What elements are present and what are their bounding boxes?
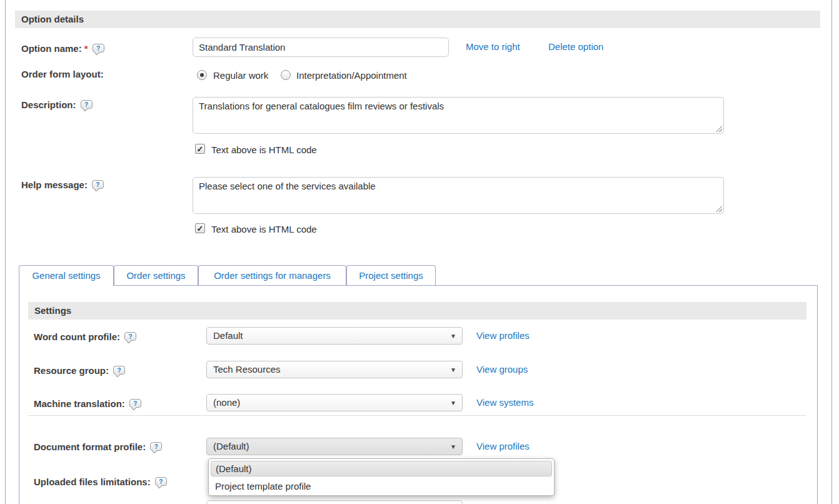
view-groups-link[interactable]: View groups	[476, 364, 528, 375]
help-icon[interactable]: ?	[150, 442, 162, 451]
settings-section-title: Settings	[34, 305, 71, 316]
resource-group-label: Resource group:?	[34, 365, 125, 376]
description-html-checkbox[interactable]: ✓	[195, 144, 205, 154]
radio-regular-work[interactable]	[197, 70, 207, 80]
chevron-down-icon: ▼	[450, 395, 456, 411]
help-icon[interactable]: ?	[155, 477, 167, 486]
radio-interpretation-appointment-label: Interpretation/Appointment	[296, 70, 407, 81]
help-message-textarea[interactable]: Please select one of the services availa…	[193, 177, 724, 214]
resource-group-select[interactable]: Tech Resources ▼	[206, 361, 463, 378]
document-format-profile-select[interactable]: (Default) ▼	[206, 438, 463, 455]
description-html-checkbox-label: Text above is HTML code	[211, 144, 317, 155]
order-form-layout-label: Order form layout:	[21, 69, 104, 79]
view-profiles-link[interactable]: View profiles	[476, 330, 530, 341]
document-format-profile-label: Document format profile:?	[34, 441, 162, 452]
view-systems-link[interactable]: View systems	[476, 397, 533, 408]
help-icon[interactable]: ?	[81, 100, 93, 109]
chevron-down-icon: ▼	[450, 438, 456, 455]
document-format-profile-dropdown: (Default) Project template profile	[208, 458, 555, 496]
help-icon[interactable]: ?	[92, 180, 104, 189]
dropdown-option-project-template-profile[interactable]: Project template profile	[209, 478, 554, 494]
word-count-profile-label: Word count profile:?	[34, 331, 136, 342]
tab-order-settings[interactable]: Order settings	[114, 265, 198, 285]
help-icon[interactable]: ?	[129, 399, 141, 408]
help-message-html-checkbox[interactable]: ✓	[195, 223, 205, 233]
uploaded-files-limitations-label: Uploaded files limitations:?	[34, 476, 167, 487]
tab-order-settings-for-managers[interactable]: Order settings for managers	[198, 265, 346, 285]
section-header-option-details: Option details	[15, 11, 820, 28]
delete-option-link[interactable]: Delete option	[548, 41, 603, 52]
help-message-html-checkbox-label: Text above is HTML code	[211, 224, 317, 234]
chevron-down-icon: ▼	[450, 328, 456, 345]
move-to-right-link[interactable]: Move to right	[466, 41, 520, 52]
machine-translation-select[interactable]: (none) ▼	[206, 394, 463, 411]
help-message-label: Help message:?	[21, 179, 104, 190]
description-textarea[interactable]: Translations for general catalogues film…	[193, 97, 724, 134]
chevron-down-icon: ▼	[450, 361, 456, 378]
tab-project-settings[interactable]: Project settings	[346, 265, 436, 285]
machine-translation-label: Machine translation:?	[34, 398, 141, 409]
radio-interpretation-appointment[interactable]	[281, 70, 291, 80]
uploaded-files-control-top[interactable]	[206, 500, 463, 504]
description-label: Description:?	[21, 99, 93, 110]
section-header-settings: Settings	[28, 302, 806, 320]
tab-general-settings[interactable]: General settings	[19, 265, 114, 286]
radio-regular-work-label: Regular work	[213, 70, 268, 81]
help-icon[interactable]: ?	[93, 44, 104, 53]
word-count-profile-select[interactable]: Default ▼	[206, 327, 463, 345]
help-icon[interactable]: ?	[113, 366, 125, 375]
required-asterisk: *	[84, 43, 88, 54]
option-details-page: Option details Option name:*? Move to ri…	[0, 0, 839, 504]
view-profiles-link[interactable]: View profiles	[476, 441, 530, 451]
help-icon[interactable]: ?	[124, 332, 136, 341]
dropdown-option-default[interactable]: (Default)	[211, 461, 552, 476]
section-title: Option details	[21, 14, 84, 24]
option-name-label: Option name:*?	[21, 43, 104, 54]
row-divider	[28, 415, 806, 416]
option-name-input[interactable]	[193, 38, 449, 57]
